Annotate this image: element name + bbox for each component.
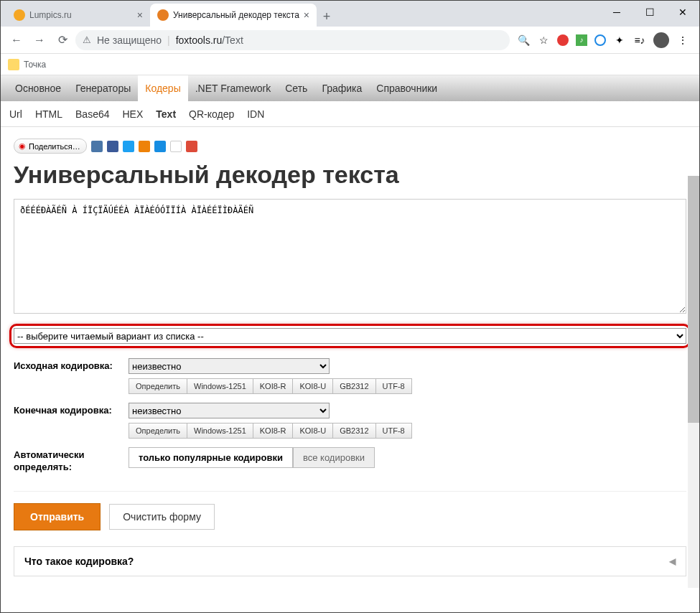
- extensions-icon[interactable]: ✦: [613, 34, 626, 47]
- reload-button[interactable]: ⟳: [52, 30, 73, 50]
- address-bar[interactable]: ⚠ Не защищено | foxtools.ru/Text: [75, 30, 510, 50]
- sub-nav: Url HTML Base64 HEX Text QR-кодер IDN: [1, 101, 699, 127]
- subnav-item[interactable]: Url: [9, 108, 22, 120]
- playlist-icon[interactable]: ≡♪: [633, 34, 646, 47]
- search-icon[interactable]: 🔍: [517, 34, 530, 47]
- subnav-item[interactable]: HTML: [35, 108, 62, 120]
- auto-detect-label: Автоматически определять:: [14, 447, 129, 474]
- enc-button[interactable]: UTF-8: [375, 423, 412, 439]
- music-icon[interactable]: ♪: [576, 34, 587, 46]
- clear-button[interactable]: Очистить форму: [109, 504, 215, 530]
- folder-icon: [8, 59, 19, 70]
- minimize-button[interactable]: ─: [600, 1, 633, 24]
- chevron-left-icon: ◀: [669, 556, 676, 566]
- enc-button-detect[interactable]: Определить: [129, 423, 187, 439]
- close-button[interactable]: ✕: [666, 1, 699, 24]
- source-encoding-select[interactable]: неизвестно: [129, 358, 330, 374]
- enc-button[interactable]: GB2312: [332, 423, 375, 439]
- nav-item[interactable]: Графика: [314, 75, 369, 101]
- twitter-icon[interactable]: [123, 141, 134, 152]
- toggle-popular[interactable]: только популярные кодировки: [129, 447, 293, 468]
- page-title: Универсальный декодер текста: [14, 161, 686, 189]
- highlighted-variant-select: -- выберите читаемый вариант из списка -…: [9, 324, 691, 348]
- address-host: foxtools.ru: [176, 34, 223, 46]
- globe-icon[interactable]: [594, 34, 606, 46]
- share-bar: ◉Поделиться…: [14, 139, 686, 154]
- submit-button[interactable]: Отправить: [14, 503, 101, 530]
- extension-area: 🔍 ☆ ♪ ✦ ≡♪ ⋮: [513, 32, 694, 48]
- nav-item-active[interactable]: Кодеры: [138, 75, 187, 101]
- circle-red-icon[interactable]: [557, 34, 569, 46]
- subnav-item[interactable]: Base64: [75, 108, 109, 120]
- enc-button[interactable]: UTF-8: [375, 378, 412, 394]
- menu-icon[interactable]: ⋮: [676, 34, 689, 47]
- input-textarea[interactable]: [14, 199, 686, 314]
- source-encoding-label: Исходная кодировка:: [14, 358, 129, 374]
- subnav-item[interactable]: IDN: [247, 108, 264, 120]
- enc-button-detect[interactable]: Определить: [129, 378, 187, 394]
- enc-button[interactable]: KOI8-U: [292, 423, 333, 439]
- nav-item[interactable]: Справочники: [369, 75, 444, 101]
- subnav-item[interactable]: QR-кодер: [189, 108, 234, 120]
- google-plus-icon[interactable]: [186, 141, 197, 152]
- variant-select[interactable]: -- выберите читаемый вариант из списка -…: [14, 328, 686, 344]
- nav-item[interactable]: .NET Framework: [188, 75, 279, 101]
- new-tab-button[interactable]: +: [317, 6, 337, 27]
- enc-button[interactable]: Windows-1251: [187, 423, 253, 439]
- source-encoding-buttons: Определить Windows-1251 KOI8-R KOI8-U GB…: [129, 378, 686, 394]
- forward-button[interactable]: →: [29, 30, 50, 50]
- auto-detect-toggle: только популярные кодировки все кодировк…: [129, 447, 686, 468]
- browser-toolbar: ← → ⟳ ⚠ Не защищено | foxtools.ru/Text 🔍…: [1, 27, 699, 54]
- target-encoding-label: Конечная кодировка:: [14, 403, 129, 418]
- close-icon[interactable]: ×: [137, 9, 143, 21]
- subnav-item[interactable]: HEX: [123, 108, 144, 120]
- enc-button[interactable]: KOI8-U: [292, 378, 333, 394]
- star-icon[interactable]: ☆: [537, 34, 550, 47]
- accordion-title: Что такое кодировка?: [24, 556, 134, 567]
- nav-item[interactable]: Генераторы: [68, 75, 138, 101]
- browser-titlebar: Lumpics.ru × Универсальный декодер текст…: [1, 1, 699, 27]
- maximize-button[interactable]: ☐: [633, 1, 666, 24]
- page-content: Основное Генераторы Кодеры .NET Framewor…: [1, 75, 699, 588]
- form-actions: Отправить Очистить форму: [14, 491, 686, 530]
- enc-button[interactable]: KOI8-R: [253, 378, 294, 394]
- share-button[interactable]: ◉Поделиться…: [14, 139, 87, 154]
- tab-title: Lumpics.ru: [29, 10, 72, 20]
- subnav-item-active[interactable]: Text: [156, 108, 176, 120]
- vertical-scrollbar[interactable]: [688, 176, 699, 588]
- nav-item[interactable]: Основное: [8, 75, 68, 101]
- secure-label: Не защищено: [97, 34, 162, 46]
- enc-button[interactable]: KOI8-R: [253, 423, 294, 439]
- scroll-thumb[interactable]: [688, 176, 699, 423]
- close-icon[interactable]: ×: [304, 9, 309, 21]
- mail-icon[interactable]: [154, 141, 166, 152]
- ok-icon[interactable]: [139, 141, 150, 152]
- target-encoding-select[interactable]: неизвестно: [129, 403, 330, 418]
- main-nav: Основное Генераторы Кодеры .NET Framewor…: [1, 75, 699, 101]
- nav-item[interactable]: Сеть: [278, 75, 314, 101]
- insecure-icon: ⚠: [83, 34, 91, 45]
- accordion-what-is-encoding[interactable]: Что такое кодировка? ◀: [14, 546, 686, 576]
- lj-icon[interactable]: [170, 141, 182, 152]
- window-controls: ─ ☐ ✕: [600, 1, 699, 24]
- favicon-icon: [157, 9, 169, 21]
- browser-tab[interactable]: Lumpics.ru ×: [6, 4, 150, 27]
- enc-button[interactable]: Windows-1251: [187, 378, 253, 394]
- tab-title: Универсальный декодер текста: [173, 10, 299, 20]
- toggle-all[interactable]: все кодировки: [293, 447, 375, 468]
- vk-icon[interactable]: [91, 141, 103, 152]
- back-button[interactable]: ←: [6, 30, 27, 50]
- bookmark-item[interactable]: Точка: [24, 60, 46, 70]
- target-encoding-buttons: Определить Windows-1251 KOI8-R KOI8-U GB…: [129, 423, 686, 439]
- enc-button[interactable]: GB2312: [332, 378, 375, 394]
- browser-tab-active[interactable]: Универсальный декодер текста ×: [150, 4, 317, 27]
- profile-avatar[interactable]: [653, 32, 669, 48]
- favicon-icon: [14, 9, 25, 21]
- facebook-icon[interactable]: [107, 141, 118, 152]
- bookmarks-bar: Точка: [1, 54, 699, 75]
- address-path: /Text: [222, 34, 243, 46]
